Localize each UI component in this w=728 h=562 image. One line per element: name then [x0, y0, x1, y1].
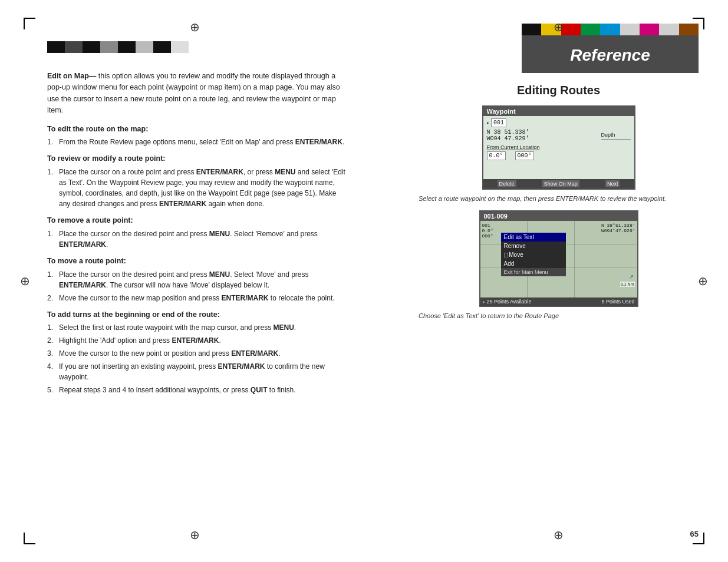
- popup-item-add[interactable]: Add: [501, 259, 566, 268]
- color-seg-6: [136, 41, 153, 53]
- color-seg-4: [100, 41, 118, 53]
- grid-v2: [574, 221, 575, 297]
- left-color-strip: [47, 41, 348, 53]
- list-item: 5. Repeat steps 3 and 4 to insert additi…: [47, 385, 348, 395]
- ss1-depth-line: [601, 139, 631, 140]
- popup-item-remove[interactable]: Remove: [501, 242, 566, 250]
- color-seg-5: [118, 41, 136, 53]
- ss1-bottom-bar: Delete Show On Map Next: [483, 179, 634, 189]
- corner-mark-tl: [24, 18, 35, 29]
- ss1-vals: 0.0° 000°: [487, 151, 631, 160]
- ss2-bottom-bar: ▸ 25 Points Available 5 Points Used: [480, 297, 637, 306]
- right-color-strip: [522, 24, 699, 35]
- reg-mark-left: ⊕: [20, 274, 30, 288]
- ss1-depth-area: Depth: [601, 132, 631, 140]
- corner-mark-bl: [24, 533, 35, 544]
- ss1-body: ▪ 001 N 38 51.338' W094 47.929' Depth Fr…: [483, 116, 634, 179]
- left-page: ⊕ ⊕ ⊕ Edit on Map—: [0, 0, 389, 562]
- screenshot-waypoint: Waypoint ▪ 001 N 38 51.338' W094 47.929'…: [482, 105, 635, 190]
- color-seg-8: [171, 41, 189, 53]
- ss1-btn-next[interactable]: Next: [605, 180, 620, 187]
- ss2-val1: 001: [482, 223, 493, 228]
- ss2-val2: 0.0°: [482, 228, 493, 233]
- ss1-coord2: W094 47.929': [487, 135, 599, 142]
- r-color-seg-8: [659, 24, 678, 35]
- color-seg-3: [83, 41, 100, 53]
- intro-paragraph: Edit on Map— this option allows you to r…: [47, 71, 348, 117]
- popup-item-move[interactable]: ⎕ Move: [501, 250, 566, 259]
- corner-mark-tr: [693, 18, 704, 29]
- ss2-map-area: 001 0.0° 000° N 38°51.338' W094°47.929' …: [480, 221, 637, 297]
- r-color-seg-7: [640, 24, 659, 35]
- ss1-btn-delete[interactable]: Delete: [498, 180, 516, 187]
- reg-mark-top: ⊕: [190, 20, 200, 34]
- r-color-seg-5: [600, 24, 620, 35]
- reg-mark-right: ⊕: [698, 274, 708, 288]
- ss1-spacer: [487, 162, 631, 177]
- page-number: 65: [690, 530, 699, 538]
- ss2-left-vals: 001 0.0° 000°: [482, 223, 493, 239]
- heading-remove-route: To remove a route point:: [47, 215, 348, 226]
- ss1-btn-showmap[interactable]: Show On Map: [542, 180, 579, 187]
- ss1-coord1: N 38 51.338': [487, 129, 599, 135]
- list-item: 1. Select the first or last route waypoi…: [47, 322, 348, 333]
- left-top-area: [47, 41, 348, 53]
- ss2-title: 001-009: [480, 211, 637, 221]
- color-seg-7: [153, 41, 171, 53]
- caption2: Choose 'Edit as Text' to return to the R…: [419, 312, 699, 320]
- heading-edit-route: To edit the route on the map:: [47, 124, 348, 135]
- heading-add-turns: To add turns at the beginning or end of …: [47, 309, 348, 320]
- ss2-points-available: ▸ 25 Points Available: [483, 299, 532, 305]
- ss2-route-id: 001-009: [484, 213, 508, 220]
- r-color-seg-4: [581, 24, 600, 35]
- list-item: 2. Move the cursor to the new map positi…: [47, 293, 348, 303]
- ss1-from-label: From Current Location: [487, 144, 631, 150]
- bold-intro: Edit on Map—: [47, 72, 96, 80]
- r-color-seg-3: [561, 24, 581, 35]
- heading-move-route: To move a route point:: [47, 256, 348, 267]
- reg-mark-top-right: ⊕: [554, 20, 564, 34]
- list-item: 2. Highlight the 'Add' option and press …: [47, 335, 348, 346]
- ss2-coord1: N 38°51.338': [601, 223, 635, 228]
- ss2-coord2: W094°47.929': [601, 228, 635, 233]
- list-item: 1. Place the cursor on the desired point…: [47, 229, 348, 250]
- reference-title: Reference: [570, 46, 650, 64]
- list-move-route: 1. Place the cursor on the desired point…: [47, 269, 348, 303]
- caption1: Select a route waypoint on the map, then…: [419, 194, 699, 203]
- heading-review-route: To review or modify a route point:: [47, 153, 348, 164]
- ss2-cursor-indicator: ↗: [629, 273, 634, 280]
- ss1-field[interactable]: 001: [491, 118, 506, 127]
- ss1-val2[interactable]: 000°: [515, 151, 534, 160]
- list-item: 1. From the Route Review page options me…: [47, 137, 348, 147]
- ss2-val3: 000°: [482, 233, 493, 239]
- list-item: 1. Place the cursor on the desired point…: [47, 269, 348, 290]
- ss2-points-used: 5 Points Used: [601, 299, 634, 305]
- popup-item-exit[interactable]: Exit for Main Menu: [501, 268, 566, 276]
- ss1-coords: N 38 51.338' W094 47.929': [487, 129, 599, 142]
- ss2-popup-menu: Edit as Text Remove ⎕ Move Add Exit for …: [501, 233, 566, 276]
- ss2-scale: 0.1 Nm: [620, 282, 635, 287]
- color-seg-1: [47, 41, 65, 53]
- ss2-avail-text: 25 Points Available: [487, 299, 532, 305]
- left-main-content: Edit on Map— this option allows you to r…: [47, 71, 348, 395]
- ss1-row2: N 38 51.338' W094 47.929' Depth: [487, 129, 631, 142]
- section-title: Editing Routes: [419, 84, 699, 97]
- ss1-val1[interactable]: 0.0°: [487, 151, 506, 160]
- ss2-icon: ▸: [483, 299, 485, 305]
- ss1-title: Waypoint: [483, 107, 634, 116]
- list-edit-route: 1. From the Route Review page options me…: [47, 137, 348, 147]
- reg-mark-bottom-right: ⊕: [554, 528, 564, 542]
- right-page: ⊕ ⊕ ⊕ Reference Edit: [389, 0, 728, 562]
- list-remove-route: 1. Place the cursor on the desired point…: [47, 229, 348, 250]
- reference-title-box: Reference: [522, 35, 699, 73]
- page-container: ⊕ ⊕ ⊕ Edit on Map—: [0, 0, 728, 562]
- list-add-turns: 1. Select the first or last route waypoi…: [47, 322, 348, 395]
- list-item: 1. Place the cursor on a route point and…: [47, 167, 348, 209]
- ss1-depth-label: Depth: [601, 132, 615, 138]
- list-review-route: 1. Place the cursor on a route point and…: [47, 167, 348, 209]
- ss2-right-coords: N 38°51.338' W094°47.929': [601, 223, 635, 233]
- list-item: 4. If you are not inserting an existing …: [47, 361, 348, 382]
- color-seg-2: [65, 41, 83, 53]
- r-color-seg-6: [620, 24, 640, 35]
- popup-item-edit-text[interactable]: Edit as Text: [501, 233, 566, 242]
